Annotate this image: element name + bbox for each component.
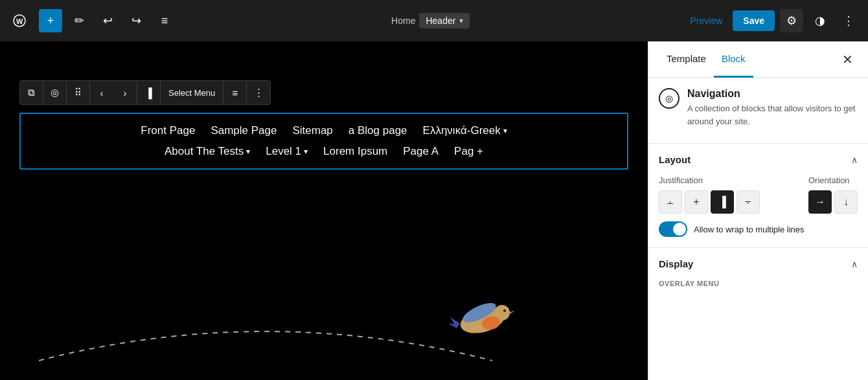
nav-item-pag-plus[interactable]: Pag + — [454, 145, 483, 158]
nav-item-blogpage[interactable]: a Blog page — [348, 124, 407, 137]
nav-info-section: ◎ Navigation A collection of blocks that… — [648, 78, 868, 144]
nav-desc: A collection of blocks that allow visito… — [687, 102, 858, 128]
topbar-right: Preview Save ⚙ ◑ ⋮ — [685, 9, 861, 32]
tab-template[interactable]: Template — [659, 41, 714, 78]
list-view-button[interactable]: ≡ — [153, 9, 176, 32]
nav-row-1: Front Page Sample Page Sitemap a Blog pa… — [141, 124, 507, 137]
redo-icon: ↪ — [131, 14, 141, 28]
topbar: W + ✏ ↩ ↪ ≡ Home Header ▾ Preview Save ⚙… — [0, 0, 868, 41]
orient-vertical-button[interactable]: ↓ — [834, 190, 858, 214]
svg-marker-7 — [510, 311, 515, 314]
justify-right-button[interactable]: ▐ — [711, 190, 734, 214]
nav-item-samplepage[interactable]: Sample Page — [211, 124, 277, 137]
orientation-label: Orientation — [808, 175, 858, 185]
sidebar-header: Template Block ✕ — [648, 41, 868, 78]
block-more-button[interactable]: ⋮ — [247, 81, 270, 104]
nav-title: Navigation — [687, 88, 858, 100]
breadcrumb-chip[interactable]: Header ▾ — [419, 13, 470, 28]
svg-text:W: W — [16, 17, 23, 25]
wrap-toggle-row: Allow to wrap to multiple lines — [659, 221, 858, 237]
nav-circle-icon: ◎ — [665, 93, 673, 104]
justification-options: ⫠ + ▐ ⫟ — [659, 190, 760, 214]
more-options-button[interactable]: ⋮ — [837, 9, 860, 32]
layout-section-header: Layout ∧ — [659, 154, 858, 165]
sidebar-close-button[interactable]: ✕ — [837, 49, 858, 70]
add-block-button[interactable]: + — [39, 9, 62, 32]
nav-item-abouttests[interactable]: About The Tests ▾ — [165, 145, 250, 158]
nav-title-block: Navigation A collection of blocks that a… — [687, 88, 858, 128]
orient-vertical-icon: ↓ — [843, 196, 849, 208]
nav-item-abouttests-label: About The Tests — [165, 145, 244, 158]
breadcrumb-home[interactable]: Home — [391, 16, 415, 26]
display-title: Display — [659, 258, 693, 269]
justify-right-icon: ▐ — [718, 196, 725, 208]
canvas: ⧉ ◎ ⠿ ‹ › ▐ Select Menu ≡ — [0, 41, 648, 380]
nav-item-greek[interactable]: Ελληνικά-Greek ▾ — [423, 124, 507, 137]
display-section: Display ∧ OVERLAY MENU — [648, 248, 868, 298]
preview-button[interactable]: Preview — [685, 16, 728, 26]
nav-arrows: ‹ › — [90, 81, 137, 104]
redo-button[interactable]: ↪ — [124, 9, 148, 32]
navigation-block: Front Page Sample Page Sitemap a Blog pa… — [19, 113, 628, 170]
nav-item-greek-chevron-icon: ▾ — [503, 126, 507, 135]
drag-handle[interactable]: ⠿ — [67, 81, 90, 104]
justify-left-button[interactable]: ⫠ — [659, 190, 682, 214]
more-dots-icon: ⋮ — [254, 87, 264, 98]
copy-block-button[interactable]: ⧉ — [20, 81, 43, 104]
save-button[interactable]: Save — [733, 10, 775, 31]
display-section-header: Display ∧ — [659, 258, 858, 269]
target-icon: ◎ — [51, 87, 59, 98]
pencil-icon: ✏ — [74, 14, 84, 28]
wrap-toggle[interactable] — [659, 221, 687, 237]
justify-center-button[interactable]: + — [685, 190, 708, 214]
nav-item-frontpage[interactable]: Front Page — [141, 124, 195, 137]
layout-collapse-button[interactable]: ∧ — [851, 155, 858, 165]
undo-button[interactable]: ↩ — [96, 9, 119, 32]
edit-button[interactable]: ✏ — [67, 9, 91, 32]
nav-item-loremipsum[interactable]: Lorem Ipsum — [323, 145, 387, 158]
nav-left-button[interactable]: ‹ — [90, 81, 113, 104]
nav-item-sitemap[interactable]: Sitemap — [292, 124, 332, 137]
justify-center-icon: + — [693, 196, 699, 208]
nav-item-abouttests-chevron-icon: ▾ — [246, 147, 250, 156]
main: ⧉ ◎ ⠿ ‹ › ▐ Select Menu ≡ — [0, 41, 868, 380]
contrast-button[interactable]: ◑ — [808, 9, 832, 32]
nav-item-level1-label: Level 1 — [266, 145, 301, 158]
select-menu-button[interactable]: Select Menu — [161, 81, 223, 104]
justify-left-icon: ⫠ — [665, 196, 676, 208]
display-collapse-button[interactable]: ∧ — [851, 259, 858, 269]
nav-item-pagea[interactable]: Page A — [403, 145, 439, 158]
justify-space-button[interactable]: ⫟ — [737, 190, 760, 214]
list-icon: ≡ — [161, 14, 168, 28]
nav-item-level1-chevron-icon: ▾ — [304, 147, 308, 156]
nav-item-level1[interactable]: Level 1 ▾ — [266, 145, 308, 158]
copy-icon: ⧉ — [28, 87, 35, 98]
sidebar: Template Block ✕ ◎ Navigation A collecti… — [648, 41, 868, 380]
nav-right-button[interactable]: › — [113, 81, 137, 104]
contrast-icon: ◑ — [815, 14, 825, 28]
orient-horizontal-icon: → — [815, 196, 825, 208]
orient-horizontal-button[interactable]: → — [808, 190, 832, 214]
align-icon: ▐ — [145, 87, 152, 98]
toggle-knob — [673, 223, 686, 236]
svg-point-5 — [503, 309, 506, 312]
more-icon: ⋮ — [843, 14, 854, 28]
justification-label: Justification — [659, 175, 760, 185]
settings-button[interactable]: ⚙ — [780, 9, 803, 32]
breadcrumb: Home Header ▾ — [181, 13, 680, 28]
gear-icon: ⚙ — [786, 14, 797, 28]
dashed-arc-decoration — [39, 315, 492, 367]
justification-group: Justification ⫠ + ▐ ⫟ — [659, 175, 760, 214]
align-button[interactable]: ▐ — [137, 81, 161, 104]
text-align-button[interactable]: ≡ — [223, 81, 247, 104]
overlay-menu-label: OVERLAY MENU — [659, 280, 858, 287]
nav-row-2: About The Tests ▾ Level 1 ▾ Lorem Ipsum … — [165, 145, 483, 158]
select-parent-button[interactable]: ◎ — [43, 81, 67, 104]
tab-block[interactable]: Block — [714, 41, 753, 78]
sidebar-tabs: Template Block — [659, 41, 753, 78]
chevron-left-icon: ‹ — [100, 87, 104, 98]
orientation-options: → ↓ — [808, 190, 858, 214]
justify-space-icon: ⫟ — [743, 196, 753, 208]
drag-icon: ⠿ — [74, 87, 82, 98]
layout-section: Layout ∧ Justification ⫠ + ▐ — [648, 144, 868, 248]
